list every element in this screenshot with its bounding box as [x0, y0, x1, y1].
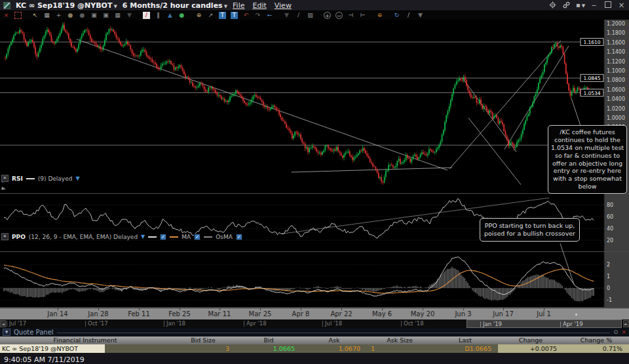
hatch-icon[interactable]: ▨ [307, 12, 314, 19]
quote-column-header[interactable]: Last [432, 337, 498, 344]
quote-change-cell[interactable]: +0.0075 [498, 344, 563, 353]
trendline-tool-icon[interactable]: / [143, 12, 150, 19]
quote-bid-size-cell[interactable]: 3 [170, 344, 236, 353]
scrollbar-period-label: Apr '19 [560, 321, 583, 327]
x-axis-label: Feb 11 [128, 310, 150, 318]
x-axis-label: Mar 25 [249, 310, 272, 318]
price-rsi-ppo-chart[interactable]: 1.20001.18001.16001.14001.12001.10001.08… [0, 20, 629, 308]
marquee-select-icon[interactable] [14, 12, 22, 19]
collapse-arrow-icon[interactable]: ▼ [141, 234, 145, 240]
scroll-left-arrow[interactable]: ◄ [0, 320, 6, 327]
ppo-ma-line-sample [170, 236, 178, 238]
quote-column-header[interactable]: Financial Instrument [0, 337, 170, 344]
quote-ask-cell[interactable]: 1.0670 [301, 344, 367, 353]
back-arrow-icon[interactable]: ← [266, 12, 273, 19]
grid-icon[interactable]: ▦ [43, 12, 50, 19]
move-icon[interactable]: + [55, 12, 62, 19]
ppo-title: PPO [12, 234, 26, 240]
ppo-osma-checkbox[interactable]: ✓ [236, 234, 242, 240]
ppo-annotation-note[interactable]: PPO starting to turn back up, poised for… [480, 218, 580, 242]
globe-icon[interactable]: ● [178, 12, 185, 19]
quote-column-header[interactable]: Change [498, 337, 563, 344]
quote-column-header[interactable]: Ask Size [367, 337, 432, 344]
refresh-icon[interactable]: ↻ [393, 12, 400, 19]
scroll-right-arrow[interactable]: ► [623, 320, 629, 327]
menu-view[interactable]: View [275, 1, 292, 10]
expand-left-icon[interactable]: ⊣ [347, 12, 354, 19]
ppo-ma-checkbox[interactable]: ✓ [194, 234, 200, 240]
collapse-arrow-icon[interactable]: ▼ [75, 175, 79, 181]
quote-instrument-cell[interactable]: KC ∞ Sep18'19 @NYBOT [0, 344, 170, 353]
pin-icon[interactable]: ▪▼ [576, 1, 584, 10]
ppo-line-sample [148, 236, 157, 238]
rsi-panel-header: ✕ RSI (9) Delayed ▼ [1, 175, 80, 182]
close-icon[interactable]: × [617, 2, 626, 9]
maximize-icon[interactable] [603, 1, 612, 9]
x-axis-label: Jul 1 [537, 310, 551, 318]
minimize-icon[interactable]: ─ [590, 2, 598, 9]
gear-icon[interactable] [548, 1, 557, 10]
price-annotation-note[interactable]: /KC coffee futures continues to hold the… [548, 125, 627, 194]
expand-right-icon[interactable]: ⊢ [359, 12, 366, 19]
pointer-line-icon[interactable]: ↗ [207, 12, 214, 19]
chart-scrollbar[interactable]: ◄►Jul '17Oct '17Jan '18Apr '18Jul '18Oct… [0, 319, 629, 328]
close-rsi-icon[interactable]: ✕ [1, 175, 9, 182]
ppo-osma-line-sample [204, 236, 212, 238]
undo-icon[interactable]: ↶ [242, 12, 250, 19]
title-bar: KC ∞ Sep18'19 @NYBOT▼ 6 Months/2 hour ca… [0, 0, 629, 11]
x-axis-label: Apr 22 [330, 310, 352, 318]
target-icon[interactable]: ⊕ [376, 12, 383, 19]
menu-file[interactable]: File [233, 1, 244, 10]
image-icon[interactable]: ▣ [90, 12, 98, 19]
settings-wrench-icon[interactable]: / [405, 12, 412, 19]
clock-datetime: 9:40:05 AM 7/11/2019 [4, 355, 85, 364]
zoom-out-icon[interactable]: − [335, 12, 343, 19]
quote-change-pct-cell[interactable]: 0.71% [563, 344, 629, 353]
brush-icon[interactable]: ● [67, 12, 74, 19]
crosshair-icon[interactable]: ⊕ [195, 12, 202, 19]
timeframe-selector[interactable]: 6 Months/2 hour candles▼ [123, 1, 227, 10]
quote-column-header[interactable]: Bid [236, 337, 301, 344]
triangle-tool-icon[interactable]: ▲ [166, 12, 174, 19]
snapshot-icon[interactable]: ▣ [102, 12, 109, 19]
svg-text:1.0200: 1.0200 [607, 106, 625, 112]
cursor-icon[interactable]: ↖ [31, 12, 39, 19]
quote-panel-settings-icon[interactable]: ⊙ [613, 329, 619, 336]
quote-last-cell[interactable]: D1.0665 [432, 344, 498, 353]
status-bar: 9:40:05 AM 7/11/2019 [0, 355, 629, 364]
link-icon[interactable] [562, 1, 571, 10]
quote-column-header[interactable]: Ask [301, 337, 367, 344]
zoom-in-icon[interactable]: + [324, 12, 331, 19]
svg-text:1.1610: 1.1610 [583, 39, 600, 45]
close-chart-icon[interactable]: × [3, 12, 10, 19]
chart-area[interactable]: 1.20001.18001.16001.14001.12001.10001.08… [0, 20, 629, 308]
svg-text:1.0800: 1.0800 [607, 77, 625, 83]
text-note-icon[interactable]: T [219, 12, 226, 19]
scrollbar-thumb[interactable]: Jan '19Apr '19 [467, 319, 622, 328]
ppo-line-checkbox[interactable]: ✓ [160, 234, 166, 240]
circle-tool-icon[interactable]: ● [79, 12, 86, 19]
close-ppo-icon[interactable]: ✕ [1, 233, 9, 240]
quote-bid-cell[interactable]: 1.0665 [236, 344, 301, 353]
quote-column-header[interactable]: Change % [563, 337, 629, 344]
quote-table-row[interactable]: KC ∞ Sep18'19 @NYBOT31.06651.06701D1.066… [0, 344, 629, 353]
style-dropdown-icon[interactable]: ▼ [126, 12, 133, 19]
pencil-icon[interactable]: / [295, 12, 302, 19]
quote-ask-size-cell[interactable]: 1 [367, 344, 432, 353]
x-axis-label: May 6 [372, 310, 392, 318]
quote-panel-close-icon[interactable]: × [621, 329, 626, 336]
svg-text:2: 2 [607, 262, 610, 268]
tiles-icon[interactable]: ▦ [114, 12, 121, 19]
draw-dropdown-icon[interactable]: ▼ [283, 12, 290, 19]
symbol-selector[interactable]: KC ∞ Sep18'19 @NYBOT▼ [16, 1, 117, 10]
quote-column-header[interactable]: Bid Size [170, 337, 236, 344]
candles-tool-icon[interactable]: ‖ [155, 12, 162, 19]
menu-edit[interactable]: Edit [252, 1, 266, 10]
quote-panel-title: Quote Panel [14, 329, 54, 336]
svg-text:1.1600: 1.1600 [607, 40, 625, 46]
ppo-ma-label: MA [181, 234, 191, 240]
more-dropdown-icon[interactable]: ▼ [417, 12, 424, 19]
redo-icon[interactable]: ↷ [254, 12, 261, 19]
collapse-quote-panel-icon[interactable]: ▼ [3, 329, 10, 336]
text-box-icon[interactable]: T [231, 12, 238, 19]
